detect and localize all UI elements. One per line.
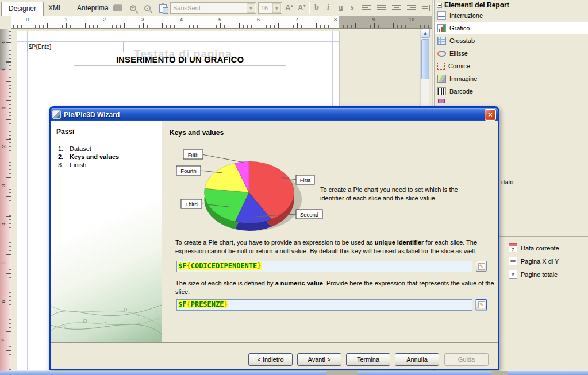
- steps-title: Passi: [56, 127, 74, 136]
- vertical-ruler: 0 0 1 2 3 4 5 6 7: [0, 29, 11, 375]
- background-window-fragment: [326, 371, 358, 375]
- step-item-1: 1. Dataset: [58, 145, 91, 152]
- expression-prefix: $F: [178, 300, 186, 308]
- help-button[interactable]: Guida: [444, 353, 489, 366]
- font-size-value: 16: [261, 5, 268, 11]
- crosstab-icon: [437, 37, 446, 45]
- step-number: 1.: [58, 145, 70, 152]
- key-expression-input[interactable]: $F{CODICEDIPENDENTE}: [176, 261, 472, 272]
- sidebar-item-crosstab[interactable]: Crosstab: [435, 34, 588, 47]
- scroll-up-button[interactable]: ▲: [421, 29, 430, 38]
- finish-button[interactable]: Termina: [346, 353, 390, 366]
- tab-designer[interactable]: Designer: [1, 2, 44, 16]
- ruler-number: 0: [1, 40, 6, 43]
- font-size-select[interactable]: 16 ▼: [258, 2, 282, 14]
- align-justify-button[interactable]: [377, 5, 386, 11]
- zoom-in-icon: +: [130, 5, 136, 11]
- bold-button[interactable]: b: [314, 3, 319, 12]
- decorative-swirl: [51, 276, 162, 342]
- ellipse-icon: [437, 51, 446, 57]
- value-expression-input[interactable]: $F{PRESENZE}: [176, 299, 472, 311]
- ruler-number: 1: [1, 106, 6, 109]
- band-guide-bottom: [17, 69, 339, 69]
- dialog-title: Pie/Pie3D Wizard: [64, 111, 120, 119]
- align-right-button[interactable]: [407, 5, 416, 11]
- tool-label: Pagine totale: [521, 271, 558, 278]
- toolbar-separator: [309, 2, 309, 14]
- param-field[interactable]: $P{Ente}: [27, 42, 124, 52]
- ruler-number: 0: [26, 17, 29, 22]
- align-left-button[interactable]: [362, 5, 371, 11]
- edit-pencil-icon: ✎: [478, 263, 485, 270]
- cancel-button[interactable]: Annulla: [395, 353, 439, 366]
- key-edit-button[interactable]: ✎: [476, 261, 487, 272]
- close-button[interactable]: ×: [485, 109, 496, 121]
- expression-field: CODICEDIPENDENTE: [191, 262, 258, 270]
- underline-button[interactable]: u: [339, 3, 343, 12]
- tab-xml[interactable]: XML: [41, 2, 70, 16]
- print-button[interactable]: [112, 2, 124, 14]
- ruler-number: 0: [1, 67, 6, 70]
- dialog-titlebar[interactable]: Pie/Pie3D Wizard ×: [51, 108, 498, 121]
- collapse-icon[interactable]: −: [437, 3, 442, 8]
- expression-field: PRESENZE: [191, 300, 224, 308]
- sidebar-item-barcode[interactable]: Barcode: [435, 85, 588, 98]
- pie-label-fourth: Fourth: [180, 168, 196, 174]
- sidebar-item-label: Barcode: [449, 88, 473, 95]
- expression-brace: }: [257, 262, 261, 270]
- ruler-number: 7: [295, 17, 298, 22]
- ruler-number: 6: [257, 17, 260, 22]
- partially-hidden-item-label[interactable]: dato: [501, 179, 513, 185]
- strikethrough-button[interactable]: s: [351, 3, 353, 12]
- value-paragraph: The size of each slice is defined by a n…: [175, 279, 497, 296]
- ruler-number: 2: [1, 145, 6, 148]
- app-window: Designer XML Anteprima + - SansSerif ▼ 1…: [0, 0, 588, 375]
- zoom-out-button[interactable]: -: [141, 2, 153, 14]
- step-label: Finish: [70, 161, 86, 168]
- paragraph-text: To create a Pie chart, you have to provi…: [175, 239, 375, 246]
- arrow-up-icon: ▲: [290, 3, 293, 7]
- sidebar-item-pagine-totale[interactable]: # Pagine totale: [509, 269, 558, 279]
- chart-icon: [437, 24, 446, 32]
- expression-prefix: $F: [178, 262, 186, 270]
- sidebar-item-label: Crosstab: [449, 37, 475, 44]
- sidebar-item-label: Interruzione: [449, 12, 483, 19]
- sidebar-item-grafico[interactable]: Grafico: [435, 22, 588, 34]
- close-icon: ×: [488, 110, 493, 119]
- sidebar-item-data-corrente[interactable]: 7 Data corrente: [509, 243, 559, 253]
- ruler-number: 9: [372, 17, 375, 22]
- sidebar-item-interruzione[interactable]: Interruzione: [435, 9, 588, 22]
- pie-label-first: First: [300, 177, 311, 183]
- align-top-button[interactable]: [421, 5, 430, 11]
- next-button[interactable]: Avanti >: [297, 353, 341, 366]
- font-family-select[interactable]: SansSerif ▼: [170, 2, 256, 14]
- sidebar-item-immagine[interactable]: Immagine: [435, 72, 588, 85]
- expression-brace: {: [186, 262, 190, 270]
- background-window-fragment: [491, 371, 508, 375]
- ruler-number: 5: [218, 17, 221, 22]
- ruler-number: 7: [1, 339, 6, 342]
- steps-title-underline: [56, 138, 155, 138]
- toolbar: Designer XML Anteprima + - SansSerif ▼ 1…: [0, 0, 434, 16]
- align-center-button[interactable]: [392, 5, 401, 11]
- sidebar-header-label: Elementi del Report: [444, 1, 509, 9]
- font-decrease-button[interactable]: A▼: [298, 3, 306, 12]
- back-button[interactable]: < Indietro: [248, 353, 293, 366]
- sidebar-item-pagina-x-di-y[interactable]: ## Pagina X di Y: [509, 256, 559, 266]
- italic-button[interactable]: i: [327, 3, 329, 12]
- tab-anteprima[interactable]: Anteprima: [70, 2, 116, 16]
- sidebar-item-cornice[interactable]: Cornice: [435, 60, 588, 72]
- scroll-thumb[interactable]: [421, 39, 429, 79]
- page-title-field[interactable]: INSERIMENTO DI UN GRAFICO: [74, 53, 286, 66]
- font-increase-button[interactable]: A▲: [285, 3, 293, 12]
- paragraph-bold-text: a numeric value: [275, 280, 323, 287]
- paste-button[interactable]: [156, 2, 169, 14]
- zoom-in-button[interactable]: +: [126, 2, 139, 14]
- sidebar-item-ellisse[interactable]: Ellisse: [435, 47, 588, 60]
- margin-guide-left: [27, 31, 28, 370]
- ruler-number: 2: [103, 17, 106, 22]
- expression-highlight: $F{PRESENZE}: [178, 300, 228, 308]
- value-edit-button[interactable]: ✎: [476, 299, 487, 310]
- total-pages-icon: #: [509, 270, 517, 279]
- step-item-2: 2. Keys and values: [58, 153, 119, 160]
